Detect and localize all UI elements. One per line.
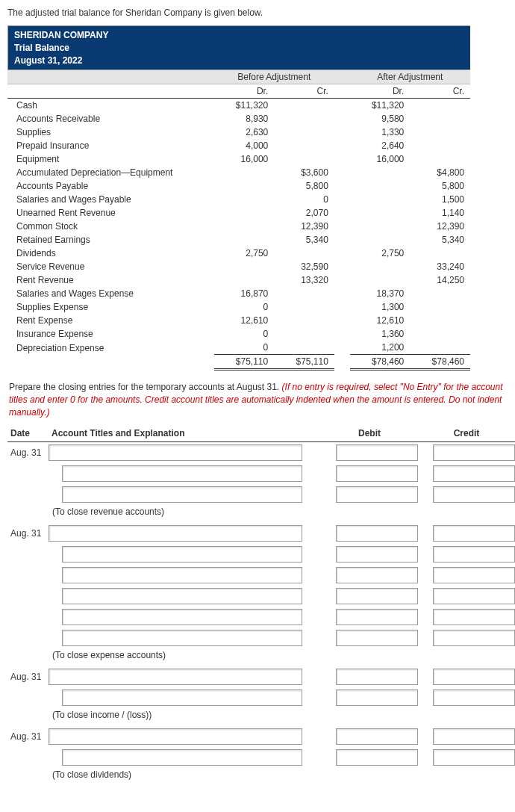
debit-input[interactable] [336, 525, 418, 542]
trial-balance: SHERIDAN COMPANY Trial Balance August 31… [7, 25, 508, 371]
debit-input[interactable] [336, 609, 418, 625]
before-dr [214, 233, 275, 247]
credit-input[interactable] [433, 525, 515, 542]
credit-input[interactable] [433, 609, 515, 625]
je-row [7, 544, 515, 565]
je-date: Aug. 31 [7, 447, 49, 458]
before-dr [214, 273, 275, 287]
total-after-dr: $78,460 [350, 355, 411, 370]
col-after-dr: Dr. [350, 84, 411, 99]
debit-input[interactable] [336, 689, 418, 706]
debit-input[interactable] [336, 728, 418, 745]
credit-input[interactable] [433, 465, 515, 482]
account-input[interactable] [62, 546, 302, 562]
account-input[interactable] [49, 444, 302, 461]
debit-input[interactable] [336, 567, 418, 583]
before-cr: 5,340 [274, 233, 334, 247]
account-input[interactable] [62, 630, 302, 646]
account-name: Common Stock [7, 220, 214, 233]
account-input[interactable] [62, 609, 302, 625]
credit-input[interactable] [433, 546, 515, 562]
debit-input[interactable] [336, 669, 418, 685]
je-row: Aug. 31 [7, 666, 515, 687]
je-row: Aug. 31 [7, 442, 515, 463]
col-after-cr: Cr. [410, 84, 470, 99]
credit-input[interactable] [433, 486, 515, 503]
company-name: SHERIDAN COMPANY [14, 29, 464, 42]
credit-input[interactable] [433, 630, 515, 646]
after-dr [350, 179, 411, 193]
account-input[interactable] [62, 588, 302, 604]
tb-row: Supplies Expense01,300 [7, 300, 470, 314]
je-explanation: (To close revenue accounts) [7, 505, 515, 523]
account-input[interactable] [49, 728, 302, 745]
credit-input[interactable] [433, 749, 515, 766]
je-row [7, 565, 515, 586]
account-name: Salaries and Wages Payable [7, 193, 214, 206]
before-dr: 8,930 [214, 112, 275, 125]
after-cr [410, 300, 470, 314]
account-input[interactable] [49, 669, 302, 685]
tb-row: Salaries and Wages Payable01,500 [7, 193, 470, 206]
je-date: Aug. 31 [7, 672, 49, 682]
je-row [7, 463, 515, 484]
je-row [7, 687, 515, 708]
tb-row: Service Revenue32,59033,240 [7, 260, 470, 273]
je-explanation: (To close dividends) [7, 768, 515, 786]
account-name: Supplies [7, 125, 214, 139]
je-row [7, 747, 515, 768]
je-head-acct: Account Titles and Explanation [49, 428, 321, 438]
account-input[interactable] [62, 567, 302, 583]
before-dr [214, 179, 275, 193]
before-dr [214, 260, 275, 273]
je-row [7, 627, 515, 648]
before-cr [274, 300, 334, 314]
je-head-date: Date [7, 428, 49, 438]
account-input[interactable] [62, 486, 302, 503]
debit-input[interactable] [336, 630, 418, 646]
debit-input[interactable] [336, 465, 418, 482]
col-before-cr: Cr. [274, 84, 334, 99]
credit-input[interactable] [433, 444, 515, 461]
credit-input[interactable] [433, 567, 515, 583]
credit-input[interactable] [433, 669, 515, 685]
tb-row: Retained Earnings5,3405,340 [7, 233, 470, 247]
before-cr [274, 327, 334, 341]
debit-input[interactable] [336, 444, 418, 461]
account-input[interactable] [62, 689, 302, 706]
debit-input[interactable] [336, 486, 418, 503]
journal-entries: Date Account Titles and Explanation Debi… [7, 425, 515, 786]
debit-input[interactable] [336, 749, 418, 766]
account-input[interactable] [49, 525, 302, 542]
account-name: Accumulated Depreciation—Equipment [7, 166, 214, 179]
tb-row: Equipment16,00016,000 [7, 152, 470, 166]
credit-input[interactable] [433, 588, 515, 604]
after-dr [350, 220, 411, 233]
credit-input[interactable] [433, 689, 515, 706]
before-cr: 32,590 [274, 260, 334, 273]
after-dr: 1,360 [350, 327, 411, 341]
before-cr: 2,070 [274, 206, 334, 220]
total-before-cr: $75,110 [274, 355, 334, 370]
before-cr [274, 125, 334, 139]
account-name: Equipment [7, 152, 214, 166]
after-dr [350, 193, 411, 206]
tb-row: Dividends2,7502,750 [7, 247, 470, 260]
account-input[interactable] [62, 465, 302, 482]
report-title: Trial Balance [14, 42, 464, 55]
after-dr: 1,330 [350, 125, 411, 139]
credit-input[interactable] [433, 728, 515, 745]
debit-input[interactable] [336, 546, 418, 562]
account-input[interactable] [62, 749, 302, 766]
group-before: Before Adjustment [214, 70, 334, 84]
after-dr [350, 233, 411, 247]
account-name: Unearned Rent Revenue [7, 206, 214, 220]
after-cr: 1,500 [410, 193, 470, 206]
intro-text: The adjusted trial balance for Sheridan … [7, 7, 508, 18]
tb-row: Prepaid Insurance4,0002,640 [7, 139, 470, 152]
after-cr: 1,140 [410, 206, 470, 220]
after-dr [350, 273, 411, 287]
account-name: Insurance Expense [7, 327, 214, 341]
debit-input[interactable] [336, 588, 418, 604]
after-cr: 5,800 [410, 179, 470, 193]
